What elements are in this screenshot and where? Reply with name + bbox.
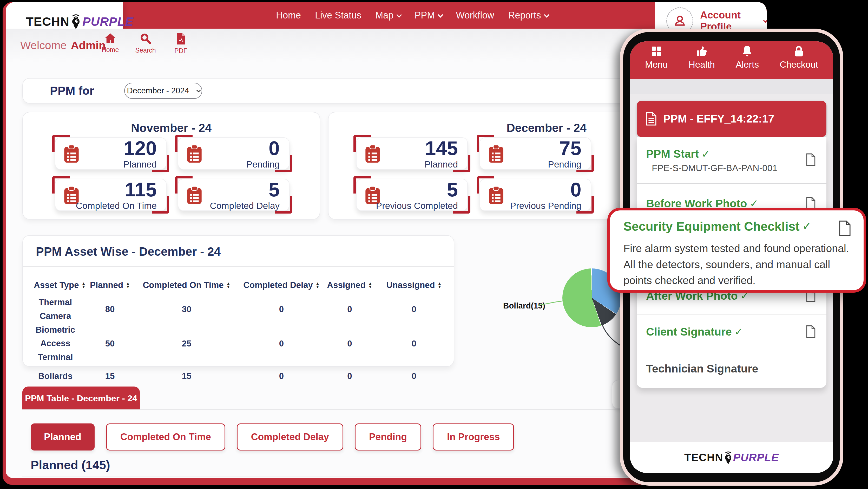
file-icon bbox=[838, 220, 851, 236]
table-row: Bollards 15 15 0 0 0 bbox=[23, 364, 454, 388]
list-item-ppm-start[interactable]: PPM Start✓ FPE-S-DMUT-GF-BA-PAN-001 bbox=[637, 137, 827, 183]
sort-icon[interactable]: ▲▼ bbox=[315, 282, 320, 288]
nav-reports[interactable]: Reports bbox=[508, 10, 548, 21]
november-panel: November - 24 120 Planned 0 Pending 115 … bbox=[22, 112, 320, 220]
clipboard-icon bbox=[186, 186, 203, 205]
col-header-assigned[interactable]: Assigned▲▼ bbox=[322, 280, 378, 290]
col-header-asset-type[interactable]: Asset Type▲▼ bbox=[23, 280, 88, 290]
cell-assigned: 0 bbox=[322, 304, 378, 314]
stat-card-previous-completed: 5 Previous Completed bbox=[356, 179, 468, 211]
filter-in-progress[interactable]: In Progress bbox=[433, 424, 514, 451]
welcome-prefix: Welcome bbox=[20, 39, 66, 52]
col-header-planned[interactable]: Planned▲▼ bbox=[88, 280, 132, 290]
logo-text-purple: PURPLE bbox=[733, 451, 779, 464]
file-icon bbox=[806, 325, 816, 338]
month-select[interactable]: December - 2024 bbox=[124, 83, 202, 99]
phone-status-strip bbox=[630, 79, 833, 94]
col-header-unassigned[interactable]: Unassigned▲▼ bbox=[378, 280, 451, 290]
phone-tab-menu[interactable]: Menu bbox=[645, 45, 668, 79]
nav-home-label: Home bbox=[276, 10, 301, 21]
nav-live-status-label: Live Status bbox=[315, 10, 361, 21]
asset-code: FPE-S-DMUT-GF-BA-PAN-001 bbox=[652, 163, 778, 173]
nav-reports-label: Reports bbox=[508, 10, 541, 21]
cell-planned: 80 bbox=[88, 304, 132, 314]
ppm-table-tab-label: PPM Table - December - 24 bbox=[25, 393, 137, 403]
divider bbox=[23, 266, 454, 267]
phone-tab-label: Checkout bbox=[780, 59, 818, 70]
logo-text-black: TECHN bbox=[26, 14, 69, 29]
ppm-table-tab[interactable]: PPM Table - December - 24 bbox=[22, 386, 140, 410]
check-icon: ✓ bbox=[702, 148, 710, 160]
sort-icon[interactable]: ▲▼ bbox=[438, 282, 442, 288]
stat-value: 120 bbox=[124, 138, 157, 159]
phone-tab-checkout[interactable]: Checkout bbox=[780, 45, 818, 79]
col-header-completed-delay[interactable]: Completed Delay▲▼ bbox=[241, 280, 322, 290]
callout-title: Security Equipment Checklist bbox=[623, 219, 800, 234]
cell-planned: 50 bbox=[88, 339, 132, 349]
cell-unassigned: 0 bbox=[378, 371, 451, 381]
stat-label: Previous Pending bbox=[510, 201, 581, 211]
person-icon bbox=[673, 13, 687, 28]
table-row: Thermal Camera 80 30 0 0 0 bbox=[23, 295, 454, 323]
stat-card-planned: 120 Planned bbox=[55, 137, 166, 170]
filter-planned[interactable]: Planned bbox=[31, 424, 95, 451]
welcome-text: Welcome Admin bbox=[20, 29, 105, 62]
filter-pending[interactable]: Pending bbox=[355, 424, 421, 451]
stat-card-planned: 145 Planned bbox=[356, 137, 468, 170]
col-label: Assigned bbox=[327, 280, 366, 290]
sort-icon[interactable]: ▲▼ bbox=[368, 282, 372, 288]
logo-text-black: TECHN bbox=[684, 451, 723, 464]
status-filters: Planned Completed On Time Completed Dela… bbox=[31, 424, 514, 451]
nav-home[interactable]: Home bbox=[276, 10, 301, 21]
nav-workflow[interactable]: Workflow bbox=[456, 10, 494, 21]
cell-asset-type: Thermal Camera bbox=[23, 295, 88, 323]
stat-value: 145 bbox=[425, 138, 458, 159]
november-title: November - 24 bbox=[23, 121, 320, 135]
stat-card-completed-on-time: 115 Completed On Time bbox=[55, 179, 166, 211]
clipboard-icon bbox=[488, 186, 504, 205]
ppm-job-banner[interactable]: PPM - EFFY_14:22:17 bbox=[637, 100, 827, 137]
sort-icon[interactable]: ▲▼ bbox=[126, 282, 130, 288]
cell-completed-delay: 0 bbox=[241, 304, 322, 314]
menu-grid-icon bbox=[650, 45, 663, 57]
clipboard-icon bbox=[186, 145, 203, 163]
callout-header: Security Equipment Checklist ✓ bbox=[623, 219, 851, 236]
document-icon bbox=[646, 112, 657, 126]
nav-map[interactable]: Map bbox=[375, 10, 401, 21]
chevron-down-icon bbox=[438, 12, 443, 18]
check-icon: ✓ bbox=[735, 326, 743, 338]
asset-wise-panel: PPM Asset Wise - December - 24 Asset Typ… bbox=[22, 235, 454, 367]
phone-tab-label: Menu bbox=[645, 59, 668, 70]
filter-label: In Progress bbox=[447, 432, 500, 442]
col-label: Completed Delay bbox=[243, 280, 313, 290]
chevron-down-icon bbox=[196, 88, 200, 92]
cell-assigned: 0 bbox=[322, 371, 378, 381]
cell-completed-delay: 0 bbox=[241, 371, 322, 381]
list-item-client-signature[interactable]: Client Signature✓ bbox=[637, 314, 827, 349]
col-header-completed-on-time[interactable]: Completed On Time▲▼ bbox=[132, 280, 241, 290]
phone-tab-label: Alerts bbox=[736, 59, 759, 70]
nav-ppm[interactable]: PPM bbox=[414, 10, 442, 21]
list-item-technician-signature[interactable]: Technician Signature bbox=[637, 349, 827, 388]
quick-pdf-button[interactable]: PDF bbox=[166, 33, 195, 55]
ppm-for-title: PPM for bbox=[50, 84, 94, 97]
search-icon bbox=[140, 33, 151, 44]
phone-tab-alerts[interactable]: Alerts bbox=[736, 45, 759, 79]
file-icon bbox=[806, 153, 816, 166]
stat-label: Previous Completed bbox=[376, 201, 458, 211]
nav-live-status[interactable]: Live Status bbox=[315, 10, 361, 21]
asset-wise-title: PPM Asset Wise - December - 24 bbox=[36, 244, 454, 259]
quick-home-button[interactable]: Home bbox=[96, 33, 125, 55]
location-pin-icon bbox=[70, 13, 82, 29]
cell-asset-type: Bollards bbox=[23, 369, 88, 383]
table-row: Biometric Access Terminal 50 25 0 0 0 bbox=[23, 323, 454, 364]
filter-completed-on-time[interactable]: Completed On Time bbox=[106, 424, 225, 451]
cell-completed-delay: 0 bbox=[241, 339, 322, 349]
sort-icon[interactable]: ▲▼ bbox=[82, 282, 86, 288]
filter-completed-delay[interactable]: Completed Delay bbox=[237, 424, 343, 451]
sort-icon[interactable]: ▲▼ bbox=[226, 282, 230, 288]
logo-text-purple: PURPLE bbox=[82, 14, 133, 29]
quick-search-button[interactable]: Search bbox=[131, 33, 160, 55]
item-label: Client Signature bbox=[646, 325, 732, 338]
phone-tab-health[interactable]: Health bbox=[689, 45, 715, 79]
